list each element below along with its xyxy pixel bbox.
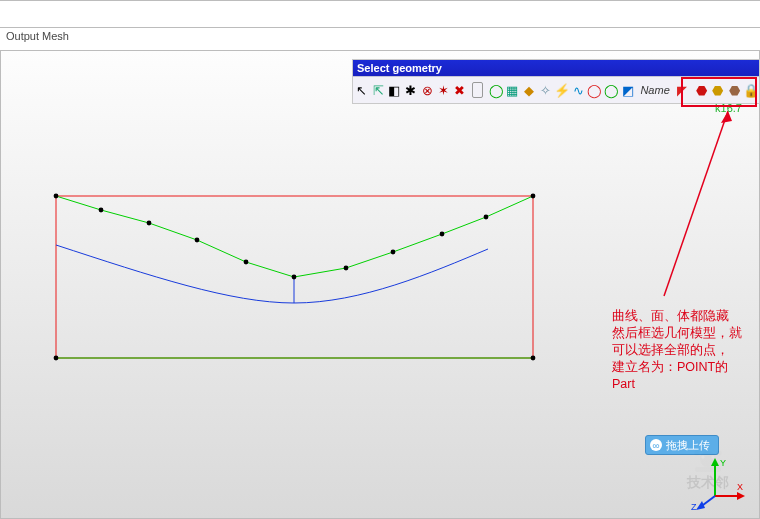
svg-text:Z: Z	[691, 502, 697, 512]
lasso-icon[interactable]: ⊗	[420, 79, 435, 101]
palette-toolbar: ↖ ⇱ ◧ ✱ ⊗ ✶ ✖ ◯ ▦ ◆ ✧ ⚡ ∿ ◯ ◯ ◩ Name ◤ ⬣…	[353, 76, 759, 103]
torus-green-icon[interactable]: ◯	[604, 79, 619, 101]
cube-icon[interactable]: ◩	[620, 79, 635, 101]
palette-titlebar[interactable]: Select geometry	[353, 60, 759, 76]
surface-icon[interactable]: ◆	[521, 79, 536, 101]
bolt-icon[interactable]: ⚡	[554, 79, 570, 101]
torus-red-icon[interactable]: ◯	[587, 79, 602, 101]
svg-marker-30	[696, 501, 705, 510]
palette-title: Select geometry	[357, 60, 442, 76]
curve-filter-icon[interactable]: ∿	[571, 79, 586, 101]
upload-badge-label: 拖拽上传	[666, 438, 710, 453]
facepick-icon[interactable]: ✧	[538, 79, 553, 101]
clear-sel-icon[interactable]: ✶	[436, 79, 451, 101]
world-axis-triad: Y X Z	[687, 456, 747, 512]
upload-icon: ∞	[650, 439, 662, 451]
region-icon[interactable]: ◧	[387, 79, 402, 101]
body-gold-icon[interactable]: ⬣	[710, 79, 725, 101]
pointer-icon[interactable]: ↖	[354, 79, 369, 101]
svg-marker-26	[711, 458, 719, 466]
name-button[interactable]: Name	[636, 79, 673, 101]
svg-text:Y: Y	[720, 458, 726, 468]
select-geometry-palette: Select geometry ↖ ⇱ ◧ ✱ ⊗ ✶ ✖ ◯ ▦ ◆ ✧ ⚡ …	[352, 59, 760, 104]
okay-icon[interactable]: ◯	[488, 79, 503, 101]
lock-icon[interactable]: 🔒	[743, 79, 759, 101]
launch-icon[interactable]: ◤	[675, 79, 690, 101]
panel-label-output-mesh: Output Mesh	[6, 30, 69, 42]
svg-text:X: X	[737, 482, 743, 492]
svg-marker-28	[737, 492, 745, 500]
annotation-text: 曲线、面、体都隐藏 然后框选几何模型，就 可以选择全部的点， 建立名为：POIN…	[612, 308, 752, 393]
rect-icon[interactable]	[472, 82, 484, 98]
upload-badge[interactable]: ∞ 拖拽上传	[645, 435, 719, 455]
mesh-pick-icon[interactable]: ▦	[505, 79, 520, 101]
body-red-icon[interactable]: ⬣	[694, 79, 709, 101]
svg-line-17	[664, 111, 728, 296]
delete-icon[interactable]: ✖	[452, 79, 467, 101]
viewport[interactable]: 曲线、面、体都隐藏 然后框选几何模型，就 可以选择全部的点， 建立名为：POIN…	[0, 50, 760, 519]
graph-icon[interactable]: ✱	[403, 79, 418, 101]
app-toolbar	[0, 0, 760, 28]
pointer-add-icon[interactable]: ⇱	[370, 79, 385, 101]
body-brown-icon[interactable]: ⬣	[727, 79, 742, 101]
